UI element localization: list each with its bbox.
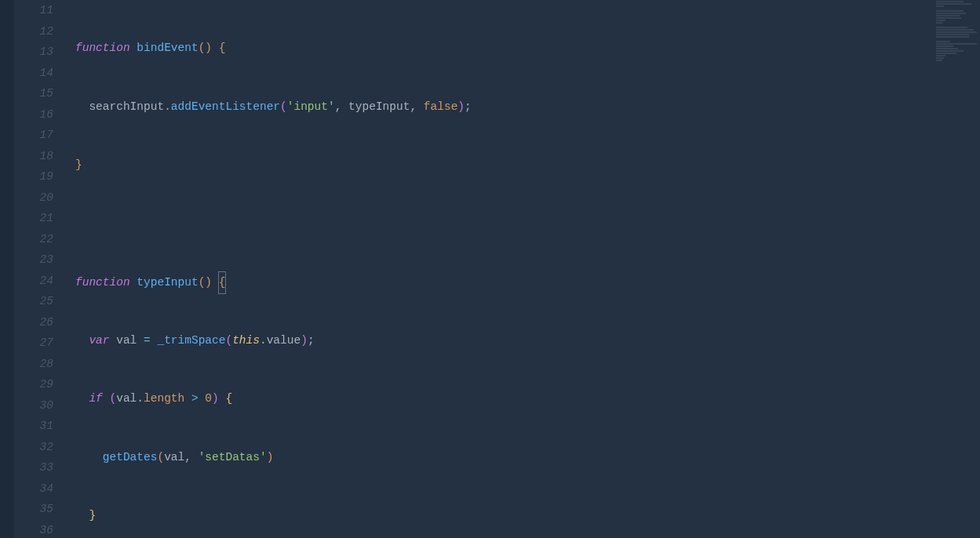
identifier: searchInput: [89, 100, 164, 113]
line-number[interactable]: 26: [24, 312, 53, 333]
code-line[interactable]: }: [61, 154, 980, 176]
code-line[interactable]: function bindEvent() {: [61, 38, 980, 59]
line-number[interactable]: 14: [24, 63, 53, 84]
code-line[interactable]: var val = _trimSpace(this.value);: [61, 330, 980, 351]
keyword: function: [75, 42, 130, 54]
function-name: bindEvent: [137, 42, 198, 54]
line-number[interactable]: 13: [24, 42, 53, 63]
line-number[interactable]: 32: [24, 437, 53, 458]
line-number[interactable]: 17: [24, 125, 53, 146]
minimap-line: [936, 48, 958, 49]
method-call: addEventListener: [171, 100, 280, 113]
line-number[interactable]: 33: [24, 457, 53, 478]
brace: {: [219, 42, 226, 54]
minimap-line: [936, 1, 964, 2]
code-line[interactable]: searchInput.addEventListener('input', ty…: [61, 96, 980, 118]
minimap-line: [936, 41, 950, 42]
line-number[interactable]: 36: [24, 520, 53, 539]
line-number[interactable]: 23: [24, 249, 53, 271]
minimap-line: [936, 20, 945, 21]
minimap-line: [936, 60, 942, 61]
line-number[interactable]: 24: [24, 271, 53, 292]
string: 'input': [287, 100, 335, 113]
minimap-line: [936, 43, 977, 45]
minimap-line: [936, 3, 971, 5]
line-gutter[interactable]: 11 12 13 14 15 16 17 18 19 20 21 22 23 2…: [24, 0, 61, 538]
keyword: function: [75, 276, 130, 289]
code-line[interactable]: if (val.length > 0) {: [61, 388, 980, 409]
minimap-line: [936, 17, 961, 19]
minimap-line: [936, 15, 960, 16]
line-number[interactable]: 16: [24, 104, 53, 125]
this-keyword: this: [232, 334, 260, 347]
function-name: typeInput: [137, 276, 198, 289]
string: 'setDatas': [199, 451, 267, 463]
line-number[interactable]: 11: [24, 0, 53, 21]
function-call: getDates: [103, 451, 158, 463]
code-line[interactable]: }: [61, 505, 980, 526]
folding-strip: [14, 0, 24, 538]
line-number[interactable]: 25: [24, 291, 53, 312]
minimap-line: [936, 57, 944, 59]
line-number[interactable]: 30: [24, 395, 53, 416]
code-line[interactable]: function typeInput() {: [61, 271, 980, 293]
keyword: var: [89, 334, 109, 347]
code-line[interactable]: getDates(val, 'setDatas'): [61, 447, 980, 468]
line-number[interactable]: 15: [24, 83, 53, 104]
line-number[interactable]: 21: [24, 208, 53, 229]
boolean: false: [424, 100, 458, 113]
minimap-line: [936, 31, 977, 33]
line-number[interactable]: 28: [24, 354, 53, 375]
code-line[interactable]: [61, 213, 980, 234]
minimap-line: [936, 50, 964, 52]
code-area[interactable]: function bindEvent() { searchInput.addEv…: [61, 0, 980, 538]
brace: }: [75, 158, 82, 171]
minimap-line: [936, 29, 974, 31]
minimap-line: [936, 53, 956, 54]
number: 0: [205, 392, 212, 405]
minimap-line: [936, 22, 942, 24]
line-number[interactable]: 35: [24, 499, 53, 520]
line-number[interactable]: 31: [24, 416, 53, 437]
minimap-line: [936, 55, 945, 56]
activity-strip: [0, 0, 14, 538]
line-number[interactable]: 18: [24, 146, 53, 167]
minimap-line: [936, 36, 969, 38]
line-number[interactable]: 22: [24, 229, 53, 250]
function-call: _trimSpace: [157, 334, 225, 347]
line-number[interactable]: 20: [24, 187, 53, 209]
minimap-line: [936, 45, 953, 47]
minimap-line: [936, 10, 964, 12]
minimap[interactable]: [933, 0, 980, 538]
paren: (): [199, 42, 212, 54]
brace: }: [89, 509, 96, 522]
minimap-line: [936, 27, 967, 28]
line-number[interactable]: 12: [24, 21, 53, 42]
editor-container: 11 12 13 14 15 16 17 18 19 20 21 22 23 2…: [0, 0, 980, 538]
line-number[interactable]: 27: [24, 333, 53, 354]
brace: {: [218, 271, 227, 294]
minimap-line: [936, 5, 944, 7]
line-number[interactable]: 34: [24, 478, 53, 500]
line-number[interactable]: 19: [24, 166, 53, 187]
line-number[interactable]: 29: [24, 374, 53, 395]
minimap-line: [936, 34, 969, 35]
keyword: if: [89, 392, 102, 405]
minimap-line: [936, 13, 966, 14]
